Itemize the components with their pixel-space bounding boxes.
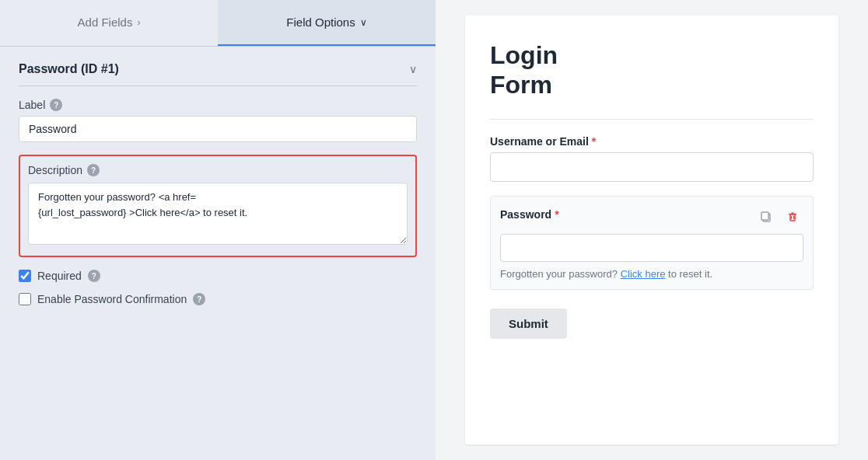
field-title: Password (ID #1) (19, 62, 119, 76)
form-preview: LoginForm Username or Email * Password * (465, 16, 838, 444)
username-field-preview: Username or Email * (490, 135, 814, 182)
add-fields-chevron: › (137, 17, 140, 28)
password-description-prefix: Forgotten your password? (500, 268, 621, 280)
password-label-row: Password * (500, 208, 559, 225)
required-help-icon[interactable]: ? (88, 270, 100, 282)
label-group: Label ? (19, 99, 417, 142)
password-field-preview: Password * (490, 196, 814, 290)
password-description: Forgotten your password? Click here to r… (500, 268, 803, 280)
label-text: Label (19, 99, 45, 111)
enable-password-label: Enable Password Confirmation (37, 293, 187, 305)
label-help-icon[interactable]: ? (50, 99, 62, 111)
tab-field-options[interactable]: Field Options ∨ (218, 0, 436, 46)
add-fields-label: Add Fields (78, 16, 133, 29)
tabs: Add Fields › Field Options ∨ (0, 0, 436, 47)
preview-divider (490, 119, 814, 120)
right-panel: LoginForm Username or Email * Password * (436, 0, 868, 460)
required-checkbox[interactable] (19, 270, 31, 282)
label-input[interactable] (19, 116, 417, 142)
panel-content: Password (ID #1) ∨ Label ? Description ?… (0, 47, 436, 460)
enable-password-checkbox[interactable] (19, 293, 31, 305)
field-actions (755, 206, 803, 228)
field-collapse-chevron[interactable]: ∨ (409, 63, 417, 75)
duplicate-icon[interactable] (755, 206, 777, 228)
username-required-star: * (592, 135, 596, 148)
password-input-preview[interactable] (500, 234, 803, 262)
password-description-link[interactable]: Click here (621, 268, 666, 280)
label-label: Label ? (19, 99, 417, 111)
password-field-header: Password * (500, 206, 803, 228)
required-group: Required ? (19, 270, 417, 282)
enable-password-help-icon[interactable]: ? (193, 293, 205, 305)
password-description-suffix: to reset it. (665, 268, 712, 280)
left-panel: Add Fields › Field Options ∨ Password (I… (0, 0, 436, 460)
password-required-star: * (555, 208, 558, 221)
description-label-row: Description ? (28, 164, 408, 176)
enable-password-group: Enable Password Confirmation ? (19, 293, 417, 305)
tab-add-fields[interactable]: Add Fields › (0, 0, 218, 46)
username-label: Username or Email * (490, 135, 814, 148)
password-label-text: Password * (500, 208, 559, 221)
submit-button[interactable]: Submit (490, 308, 567, 339)
required-label: Required (37, 270, 82, 282)
field-options-label: Field Options (286, 16, 355, 29)
field-header: Password (ID #1) ∨ (19, 62, 417, 86)
description-textarea[interactable]: Forgotten your password? <a href= {url_l… (28, 183, 408, 245)
username-label-text: Username or Email (490, 135, 589, 148)
preview-title: LoginForm (490, 40, 814, 100)
description-label-text: Description (28, 164, 82, 176)
description-help-icon[interactable]: ? (87, 164, 100, 176)
field-options-chevron: ∨ (360, 17, 367, 28)
description-group: Description ? Forgotten your password? <… (19, 155, 417, 257)
svg-rect-1 (761, 212, 768, 220)
delete-icon[interactable] (782, 206, 803, 228)
username-input-preview[interactable] (490, 152, 814, 182)
